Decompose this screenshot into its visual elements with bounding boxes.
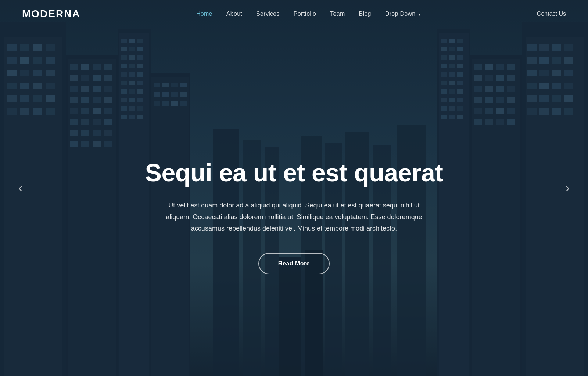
- hero-description: Ut velit est quam dolor ad a aliquid qui…: [158, 200, 430, 235]
- chevron-down-icon: ▾: [419, 12, 421, 17]
- nav-link-team[interactable]: Team: [330, 11, 345, 17]
- nav-link-about[interactable]: About: [226, 11, 242, 17]
- nav-link-dropdown[interactable]: Drop Down ▾: [385, 11, 421, 17]
- carousel-prev-button[interactable]: ‹: [11, 177, 30, 199]
- nav-item-team[interactable]: Team: [330, 11, 345, 17]
- nav-link-portfolio[interactable]: Portfolio: [294, 11, 316, 17]
- navbar: MODERNA Home About Services Portfolio Te…: [0, 0, 588, 28]
- nav-link-services[interactable]: Services: [256, 11, 280, 17]
- hero-content: Sequi ea ut et est quaerat Ut velit est …: [42, 57, 546, 376]
- nav-item-blog[interactable]: Blog: [359, 11, 371, 17]
- nav-item-dropdown[interactable]: Drop Down ▾: [385, 11, 421, 17]
- nav-link-home[interactable]: Home: [196, 11, 212, 17]
- nav-item-portfolio[interactable]: Portfolio: [294, 11, 316, 17]
- nav-contact-link[interactable]: Contact Us: [537, 11, 566, 17]
- logo: MODERNA: [22, 8, 80, 20]
- carousel-next-button[interactable]: ›: [558, 177, 577, 199]
- nav-item-home[interactable]: Home: [196, 11, 212, 17]
- nav-links: Home About Services Portfolio Team Blog …: [196, 11, 421, 17]
- nav-link-blog[interactable]: Blog: [359, 11, 371, 17]
- nav-item-services[interactable]: Services: [256, 11, 280, 17]
- nav-item-about[interactable]: About: [226, 11, 242, 17]
- hero-title: Sequi ea ut et est quaerat: [145, 159, 443, 187]
- read-more-button[interactable]: Read More: [258, 253, 330, 274]
- hero-section: MODERNA Home About Services Portfolio Te…: [0, 0, 588, 376]
